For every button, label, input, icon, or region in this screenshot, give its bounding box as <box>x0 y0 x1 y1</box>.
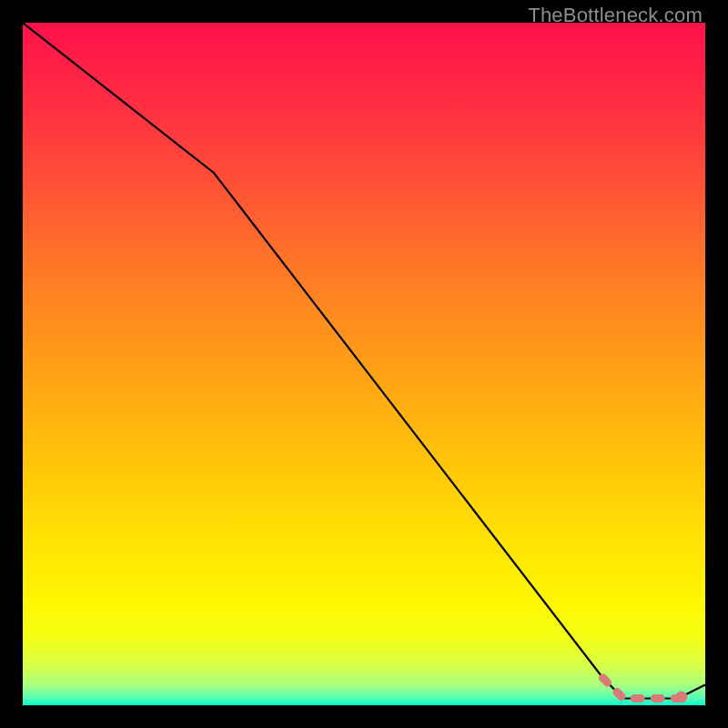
chart-frame: TheBottleneck.com <box>0 0 728 728</box>
chart-overlay <box>23 23 705 705</box>
main-curve <box>23 23 705 699</box>
highlight-end-dot <box>675 692 687 703</box>
plot-area <box>23 23 705 705</box>
